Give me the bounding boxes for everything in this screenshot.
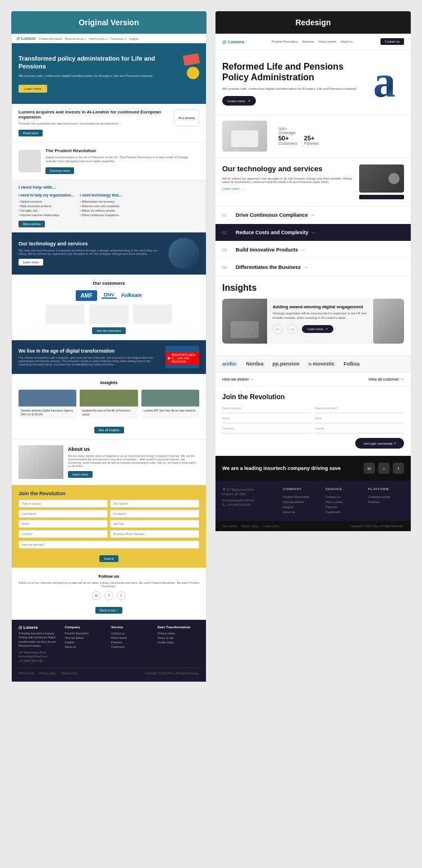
orig-tech-title: Our technology and services (19, 241, 164, 246)
nav-item[interactable]: Prudent Revolution (39, 37, 63, 40)
help-item: Reduces costs and complexity (80, 204, 137, 208)
service-item-4[interactable]: 04 Differentiates the Business → (215, 259, 411, 276)
footer-link[interactable]: How it works (111, 636, 153, 640)
redesign-hero: Reformed Life and Pensions Policy Admini… (215, 50, 411, 115)
footer-platform-link[interactable]: Customer portal (368, 494, 404, 499)
logo-folksam: Folksa (343, 361, 360, 367)
join-country-input[interactable] (315, 431, 404, 433)
join-email-wrap: Email (315, 417, 404, 423)
copyright: Copyright © 2025 Alma. All Right Reserve… (145, 671, 199, 676)
redesign-nav-item[interactable]: Prudent Revolution (272, 40, 298, 43)
footer-partners-link[interactable]: Partners (325, 504, 361, 509)
redesign-footer-bottom: Term of use Privacy policy Cookie policy… (215, 521, 411, 531)
nav-item[interactable]: Customers ∨ (110, 37, 127, 40)
footer-col-platform: Service Contact us How it works Partners… (325, 487, 361, 514)
redesign-nav-item[interactable]: About us (341, 40, 353, 43)
footer-link[interactable]: Contact us (111, 631, 153, 636)
footer-linkedin-icon[interactable]: in (364, 463, 375, 474)
facebook-icon[interactable]: f (104, 591, 113, 600)
footer-insights-link[interactable]: Insights (283, 504, 319, 509)
help-item: Get agile, fast (19, 208, 76, 213)
redesign-contact-btn[interactable]: Contact us (380, 38, 404, 45)
join-name-input[interactable] (222, 421, 311, 423)
privacy-link[interactable]: Privacy policy (39, 671, 57, 676)
footer-link[interactable]: Privacy notice (158, 631, 200, 636)
join-type-input[interactable] (222, 411, 311, 413)
redesign-hero-btn[interactable]: Learn more ↗ (222, 96, 256, 106)
footer-about-link[interactable]: About us (283, 509, 319, 514)
footer-contact-link[interactable]: Contact us (325, 494, 361, 499)
help-articles-btn[interactable]: More articles (19, 221, 45, 227)
arrow-icon: → (241, 187, 245, 190)
join-company-field[interactable] (110, 510, 199, 518)
redesign-services-list: 01 Drive Continuous Compliance → 02 Redu… (215, 207, 411, 276)
terms-link[interactable]: Terms of use (19, 671, 35, 676)
footer-partners2-link[interactable]: Partners (368, 499, 404, 504)
footer-link[interactable]: Partners (111, 640, 153, 645)
redesign-tech-link[interactable]: Learn more → (222, 187, 355, 190)
footer-terms-link[interactable]: Term of use (222, 524, 237, 528)
nav-item[interactable]: How it works ∨ (89, 37, 108, 40)
footer-link[interactable]: Prudent Revolution (65, 631, 107, 636)
redesign-nav-item[interactable]: How it works (319, 40, 336, 43)
prudent-btn[interactable]: Discover more (45, 167, 74, 174)
footer-privacy-link[interactable]: Privacy policy (241, 524, 259, 528)
footer-how-deliver-link[interactable]: How we deliver (283, 499, 319, 504)
nav-item[interactable]: What do we do ∨ (65, 37, 87, 40)
footer-link[interactable]: Insights (65, 640, 107, 645)
arrow-icon: ↗ (325, 327, 328, 331)
insights-prev-btn[interactable]: ← (273, 324, 283, 334)
see-insights-btn[interactable]: See all insights (94, 427, 124, 433)
service-item-3[interactable]: 03 Build Innovative Products → (215, 241, 411, 259)
footer-twitter-icon[interactable]: t (393, 463, 404, 474)
orig-digital-section: We live in the age of digital transforma… (12, 340, 206, 374)
twitter-icon[interactable]: t (117, 591, 126, 600)
footer-link[interactable]: Customers (111, 645, 153, 649)
orig-hero-shapes (184, 54, 199, 79)
see-customers-btn[interactable]: See all customers (92, 327, 126, 334)
join-lastname-field[interactable] (19, 510, 108, 518)
footer-customers-link[interactable]: Customers (325, 509, 361, 514)
insights-next-btn[interactable]: → (287, 324, 297, 334)
join-submit-btn[interactable]: Submit (99, 555, 118, 562)
footer-link[interactable]: Terms of use (158, 636, 200, 640)
join-help-input[interactable] (315, 411, 404, 413)
join-firstname-field[interactable] (110, 500, 199, 508)
orig-tech-body: We help Life and Pensions companies tran… (19, 249, 164, 255)
service-item-1[interactable]: 01 Drive Continuous Compliance → (215, 207, 411, 224)
youtube-badge[interactable]: BREATHING NEW LI... LIFE AND PENSIONS (166, 352, 199, 364)
help-item: Differentiates the business (80, 199, 137, 204)
about-img (19, 445, 63, 479)
footer-link[interactable]: Cookie policy (158, 640, 200, 645)
orig-hero-btn[interactable]: Learn more (19, 85, 47, 93)
cookie-link[interactable]: Cookie policy (61, 671, 77, 676)
insights-learn-btn[interactable]: Learn more ↗ (302, 325, 333, 333)
about-btn[interactable]: Learn more (68, 471, 93, 478)
join-type-field[interactable] (19, 500, 108, 508)
orig-youtube-container: BREATHING NEW LI... LIFE AND PENSIONS (166, 346, 199, 368)
orig-tech-btn[interactable]: Learn more (19, 259, 43, 266)
footer-link[interactable]: About us (65, 645, 107, 649)
redesign-nav-item[interactable]: Services (302, 40, 314, 43)
redesign-hero-text: Reformed Life and Pensions Policy Admini… (222, 61, 360, 106)
footer-cookie-link[interactable]: Cookie policy (263, 524, 280, 528)
join-country-field[interactable] (19, 530, 108, 538)
join-submit-btn[interactable]: Let's get connected ↗ (355, 438, 404, 449)
footer-prudent-link[interactable]: Prudent Revolution (283, 494, 319, 499)
join-phone-field[interactable] (110, 530, 199, 538)
view-customer-link[interactable]: View all customer → (368, 377, 404, 381)
footer-circle-icon[interactable]: ○ (378, 463, 389, 474)
join-company-input[interactable] (222, 431, 311, 433)
how-deliver-link[interactable]: How we deliver → (222, 377, 254, 381)
ai-london-readmore-btn[interactable]: Read more (19, 130, 43, 136)
footer-how-works-link[interactable]: How it works (325, 499, 361, 504)
nav-item[interactable]: Insights (129, 37, 139, 40)
join-email-field[interactable] (19, 520, 108, 528)
back-to-top-btn[interactable]: Back to top ↑ (95, 607, 122, 614)
footer-link[interactable]: How we deliver (65, 636, 107, 640)
join-jobtitle-field[interactable] (110, 520, 199, 528)
join-email-input[interactable] (315, 421, 404, 423)
service-item-2[interactable]: 02 Reduce Costs and Complexity → (215, 224, 411, 241)
join-help-field[interactable] (19, 541, 199, 549)
linkedin-icon[interactable]: in (92, 591, 101, 600)
